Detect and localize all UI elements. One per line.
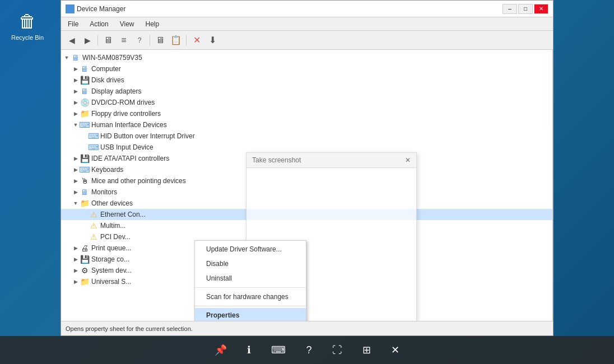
storage-icon: 💾 [80,255,89,264]
ctx-sep-2 [195,306,306,306]
system-expand-icon[interactable]: ▶ [72,267,79,274]
content-area: ▼ 🖥 WIN-5AM08759V35 ▶ 🖥 Computer ▶ 💾 Dis… [61,50,553,321]
hid-button-expand [81,133,88,139]
root-expand-icon[interactable]: ▼ [63,54,70,61]
disk-label: Disk drives [91,76,124,84]
tree-item-hid[interactable]: ▼ ⌨ Human Interface Devices [61,119,552,130]
vnc-scale-btn[interactable]: ⊞ [358,342,375,358]
storage-expand-icon[interactable]: ▶ [72,256,79,263]
toolbar-forward-btn[interactable]: ▶ [80,33,95,48]
vnc-fullscreen-btn[interactable]: ⛶ [328,342,347,358]
toolbar-back-btn[interactable]: ◀ [64,33,79,48]
usb-label: Universal S... [91,278,131,286]
window-icon [66,4,75,13]
vnc-pin-btn[interactable]: 📌 [210,342,231,358]
window-maximize-btn[interactable]: □ [518,4,533,14]
hid-expand-icon[interactable]: ▼ [72,122,79,128]
toolbar-props-btn[interactable]: 📋 [169,33,183,48]
floppy-icon: 📁 [80,109,89,118]
hid-icon: ⌨ [80,120,89,129]
menu-bar: File Action View Help [61,17,553,31]
hid-button-label: HID Button over Interrupt Driver [100,132,195,140]
device-manager-window: Device Manager – □ ✕ File Action View He… [61,0,553,336]
ethernet-label: Ethernet Con... [100,211,146,218]
tree-item-hid-button[interactable]: ⌨ HID Button over Interrupt Driver [61,130,552,142]
other-expand-icon[interactable]: ▼ [72,200,79,207]
menu-view[interactable]: View [118,19,137,29]
toolbar-sep-3 [186,35,187,46]
ctx-update-driver[interactable]: Update Driver Software... [195,242,306,256]
ctx-properties[interactable]: Properties [195,308,306,321]
multimedia-icon: ⚠ [89,221,98,230]
usb-expand-icon[interactable]: ▶ [72,278,79,285]
window-close-btn[interactable]: ✕ [534,4,548,14]
vnc-info-btn[interactable]: ℹ [243,342,255,358]
disk-icon: 💾 [80,76,89,85]
toolbar-scan-btn[interactable]: ⬇ [205,33,220,48]
computer-label: Computer [91,65,121,73]
hid-button-icon: ⌨ [89,132,98,141]
ctx-sep-1 [195,287,306,288]
multimedia-label: Multim... [100,222,125,230]
toolbar-sep-2 [150,35,150,46]
display-label: Display adapters [91,87,141,95]
ethernet-expand [81,211,88,218]
recycle-bin-icon: 🗑 [18,11,36,32]
monitors-expand-icon[interactable]: ▶ [72,189,79,195]
tree-item-usb-input[interactable]: ⌨ USB Input Device [61,142,552,153]
usb-icon: 📁 [80,277,89,286]
window-title-bar: Device Manager – □ ✕ [61,1,553,17]
ctx-scan[interactable]: Scan for hardware changes [195,290,306,304]
display-expand-icon[interactable]: ▶ [72,88,79,95]
dvd-expand-icon[interactable]: ▶ [72,99,79,106]
tree-item-computer[interactable]: ▶ 🖥 Computer [61,63,552,74]
vnc-keyboard-btn[interactable]: ⌨ [267,342,290,358]
pci-expand [81,234,88,240]
context-menu: Update Driver Software... Disable Uninst… [194,240,306,321]
mice-label: Mice and other pointing devices [91,177,186,185]
print-icon: 🖨 [80,244,89,253]
tree-item-dvd[interactable]: ▶ 💿 DVD/CD-ROM drives [61,97,552,108]
multimedia-expand [81,222,88,229]
tree-item-disk-drives[interactable]: ▶ 💾 Disk drives [61,74,552,86]
ctx-disable[interactable]: Disable [195,256,306,271]
ide-expand-icon[interactable]: ▶ [72,155,79,162]
recycle-bin[interactable]: 🗑 Recycle Bin [11,11,44,41]
disk-expand-icon[interactable]: ▶ [72,77,79,83]
keyboards-expand-icon[interactable]: ▶ [72,166,79,173]
toolbar: ◀ ▶ 🖥 ≡ ? 🖥 📋 ✕ ⬇ [61,31,553,50]
mice-expand-icon[interactable]: ▶ [72,178,79,184]
screenshot-dialog-title-bar: Take screenshot ✕ [246,153,416,168]
ctx-uninstall[interactable]: Uninstall [195,271,306,286]
screenshot-dialog-close-icon[interactable]: ✕ [405,156,411,164]
print-expand-icon[interactable]: ▶ [72,245,79,251]
tree-item-display-adapters[interactable]: ▶ 🖥 Display adapters [61,86,552,97]
vnc-close-btn[interactable]: ✕ [387,342,404,358]
tree-root[interactable]: ▼ 🖥 WIN-5AM08759V35 [61,52,552,63]
other-icon: 📁 [80,199,89,208]
root-label: WIN-5AM08759V35 [82,54,142,62]
vnc-help-btn[interactable]: ? [301,342,316,358]
menu-file[interactable]: File [66,19,81,29]
storage-label: Storage co... [91,255,129,263]
pci-icon: ⚠ [89,232,98,241]
menu-help[interactable]: Help [143,19,162,29]
dvd-icon: 💿 [80,98,89,107]
toolbar-computer-btn[interactable]: 🖥 [101,33,115,48]
toolbar-screen-btn[interactable]: 🖥 [153,33,168,48]
monitors-label: Monitors [91,188,117,196]
keyboards-icon: ⌨ [80,165,89,174]
window-minimize-btn[interactable]: – [503,4,517,14]
toolbar-list-btn[interactable]: ≡ [117,33,131,48]
system-label: System dev... [91,267,132,274]
toolbar-remove-btn[interactable]: ✕ [189,33,204,48]
floppy-expand-icon[interactable]: ▶ [72,110,79,117]
computer-expand-icon[interactable]: ▶ [72,66,79,72]
print-label: Print queue... [91,244,131,252]
menu-action[interactable]: Action [87,19,110,29]
ide-label: IDE ATA/ATAPI controllers [91,155,169,162]
mice-icon: 🖱 [80,176,89,185]
tree-item-floppy[interactable]: ▶ 📁 Floppy drive controllers [61,108,552,119]
toolbar-help-btn[interactable]: ? [132,33,147,48]
display-icon: 🖥 [80,87,89,96]
